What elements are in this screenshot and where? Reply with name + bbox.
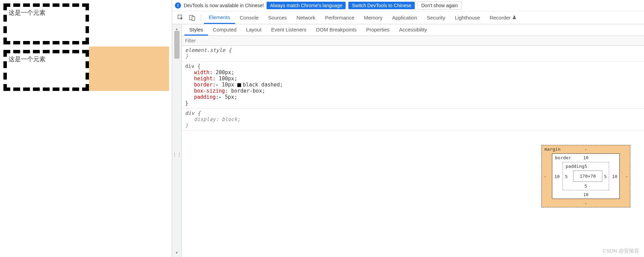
close-brace: } — [185, 53, 641, 59]
scroll-up-icon[interactable]: ▲ — [175, 26, 179, 31]
prop-height[interactable]: height: 100px; — [185, 76, 641, 82]
tab-styles[interactable]: Styles — [184, 24, 208, 36]
color-swatch[interactable] — [237, 83, 241, 87]
dismiss-button[interactable]: Don't show again — [417, 1, 462, 10]
devtools-panel: i DevTools is now available in Chinese! … — [172, 0, 644, 257]
tab-recorder-label: Recorder — [490, 15, 511, 21]
margin-left: - — [544, 174, 546, 179]
box-model-content[interactable]: 170×70 — [573, 171, 602, 182]
always-match-button[interactable]: Always match Chrome's language — [267, 2, 346, 9]
margin-top: - — [584, 147, 587, 152]
info-message: DevTools is now available in Chinese! — [184, 3, 264, 8]
info-bar: i DevTools is now available in Chinese! … — [172, 0, 644, 11]
padding-bottom: 5 — [584, 184, 587, 189]
rule-element-style[interactable]: element.style { } — [182, 46, 644, 62]
selector: element.style { — [185, 47, 641, 53]
border-label: border — [555, 155, 571, 160]
demo-element-2[interactable]: 这是一个元素 — [3, 50, 89, 91]
close-brace: } — [185, 122, 641, 128]
tab-console[interactable]: Console — [235, 12, 263, 23]
margin-right: - — [625, 174, 628, 179]
prop-padding[interactable]: padding:▸ 5px; — [185, 94, 641, 100]
tab-network[interactable]: Network — [292, 12, 320, 23]
border-right: 10 — [612, 174, 617, 179]
divider — [201, 14, 201, 21]
inspect-icon[interactable] — [175, 15, 186, 21]
tab-dom-breakpoints[interactable]: DOM Breakpoints — [311, 24, 361, 36]
prop-border[interactable]: border:▸ 10px black dashed; — [185, 82, 641, 88]
tab-application[interactable]: Application — [387, 12, 422, 23]
inspect-highlight — [89, 46, 169, 91]
style-rules: element.style { } div { width: 200px; he… — [182, 46, 644, 257]
margin-label: margin — [544, 147, 561, 152]
demo-text: 这是一个元素 — [9, 56, 46, 63]
tab-memory[interactable]: Memory — [359, 12, 387, 23]
flask-icon — [512, 15, 516, 19]
box-model-diagram[interactable]: margin - - - - border 10 10 10 10 padd — [541, 145, 630, 207]
tab-layout[interactable]: Layout — [241, 24, 266, 36]
expand-icon[interactable]: ▸ — [216, 82, 218, 87]
tab-lighthouse[interactable]: Lighthouse — [450, 12, 485, 23]
scroll-down-icon[interactable]: ▼ — [175, 250, 179, 255]
devtools-body: ▲ ⋮⋮ ▼ Styles Computed Layout Event List… — [172, 24, 644, 257]
padding-label: padding — [566, 164, 584, 169]
padding-right: 5 — [604, 174, 607, 179]
tab-properties[interactable]: Properties — [361, 24, 394, 36]
styles-pane: Styles Computed Layout Event Listeners D… — [182, 24, 644, 257]
main-tab-bar: Elements Console Sources Network Perform… — [172, 11, 644, 24]
border-left: 10 — [554, 174, 560, 179]
tab-accessibility[interactable]: Accessibility — [394, 24, 432, 36]
scrollbar-thumb[interactable] — [175, 31, 179, 58]
watermark: CSDN @安陵容 — [603, 248, 639, 254]
tab-security[interactable]: Security — [422, 12, 450, 23]
filter-row — [182, 36, 644, 46]
selector: div { — [185, 63, 641, 69]
drag-handle-icon[interactable]: ⋮⋮ — [172, 152, 182, 157]
close-brace: } — [185, 100, 641, 106]
padding-left: 5 — [565, 174, 568, 179]
page-preview: 这是一个元素 这是一个元素 — [0, 0, 172, 257]
rule-user-agent[interactable]: div { display: block; } — [182, 109, 644, 131]
expand-icon[interactable]: ▸ — [219, 95, 221, 99]
tab-computed[interactable]: Computed — [208, 24, 241, 36]
tab-performance[interactable]: Performance — [320, 12, 359, 23]
padding-top: 5 — [584, 164, 587, 169]
tab-event-listeners[interactable]: Event Listeners — [266, 24, 311, 36]
prop-display: display: block; — [185, 116, 641, 122]
sub-tab-bar: Styles Computed Layout Event Listeners D… — [182, 24, 644, 36]
box-model-border[interactable]: border 10 10 10 10 padding 5 5 5 5 — [552, 153, 620, 199]
margin-bottom: - — [584, 201, 587, 206]
box-model-margin[interactable]: margin - - - - border 10 10 10 10 padd — [541, 145, 630, 207]
border-bottom: 10 — [583, 192, 589, 197]
demo-element-1[interactable]: 这是一个元素 — [3, 3, 89, 44]
filter-input[interactable] — [182, 36, 644, 45]
svg-rect-2 — [192, 16, 195, 21]
selector: div { — [185, 110, 641, 116]
rule-div[interactable]: div { width: 200px; height: 100px; borde… — [182, 62, 644, 109]
prop-box-sizing[interactable]: box-sizing: border-box; — [185, 88, 641, 94]
device-toggle-icon[interactable] — [186, 15, 198, 21]
prop-width[interactable]: width: 200px; — [185, 69, 641, 76]
box-model-padding[interactable]: padding 5 5 5 5 170×70 — [563, 162, 609, 190]
tab-elements[interactable]: Elements — [204, 12, 235, 24]
demo-text: 这是一个元素 — [9, 9, 46, 16]
tab-sources[interactable]: Sources — [263, 12, 292, 23]
border-top: 10 — [583, 155, 589, 160]
info-icon: i — [175, 2, 181, 9]
tab-recorder[interactable]: Recorder — [485, 12, 521, 23]
switch-language-button[interactable]: Switch DevTools to Chinese — [348, 2, 415, 9]
elements-tree-pane[interactable]: ▲ ⋮⋮ ▼ — [172, 24, 182, 257]
